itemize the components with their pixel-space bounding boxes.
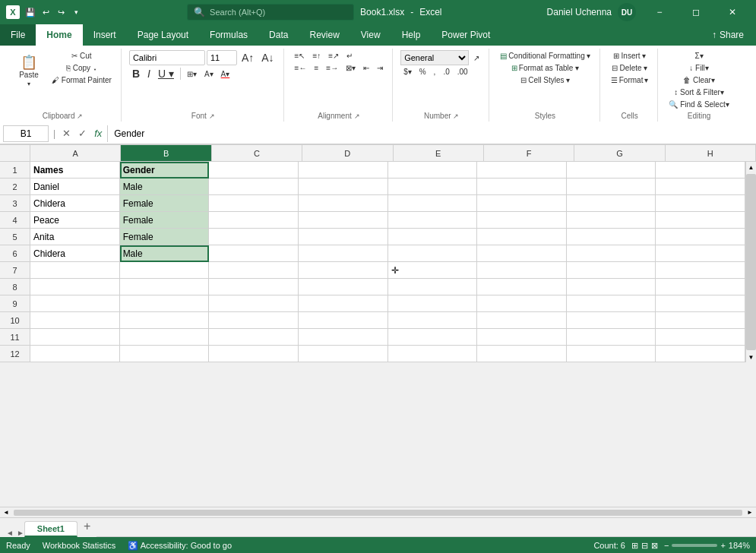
scroll-right-button[interactable]: ► [745, 509, 754, 516]
cell-e4[interactable] [388, 212, 478, 229]
search-input[interactable] [210, 8, 331, 17]
cell-b7[interactable] [120, 262, 210, 279]
vertical-scrollbar[interactable]: ▲ ▼ [745, 162, 756, 362]
cell-f11[interactable] [477, 329, 567, 346]
row-num-9[interactable]: 9 [0, 295, 30, 312]
cell-b6[interactable]: Male [120, 245, 210, 262]
minimize-button[interactable]: − [642, 0, 677, 24]
cell-d6[interactable] [299, 245, 388, 262]
cell-g11[interactable] [567, 329, 656, 346]
cell-g6[interactable] [567, 245, 656, 262]
row-num-1[interactable]: 1 [0, 162, 30, 179]
cell-a12[interactable] [30, 346, 120, 362]
cell-a7[interactable] [30, 262, 120, 279]
share-button[interactable]: ↑Share [700, 30, 756, 40]
cell-f3[interactable] [477, 195, 567, 212]
cell-g2[interactable] [567, 179, 656, 195]
cell-c9[interactable] [209, 295, 299, 312]
italic-button[interactable]: I [144, 66, 153, 81]
cell-g9[interactable] [567, 295, 656, 312]
save-icon[interactable]: 💾 [24, 6, 36, 18]
row-num-5[interactable]: 5 [0, 229, 30, 245]
cell-h11[interactable] [656, 329, 745, 346]
cell-e2[interactable] [388, 179, 478, 195]
cell-h9[interactable] [656, 295, 745, 312]
conditional-formatting-button[interactable]: ▤ Conditional Formatting ▾ [497, 50, 593, 62]
cell-styles-button[interactable]: ⊟ Cell Styles ▾ [497, 74, 593, 86]
copy-button[interactable]: ⎘ Copy ▾ [49, 62, 115, 74]
tab-page-layout[interactable]: Page Layout [127, 24, 199, 46]
clear-button[interactable]: 🗑 Clear▾ [666, 74, 732, 86]
cell-d12[interactable] [299, 346, 388, 362]
cell-e12[interactable] [388, 346, 478, 362]
col-header-b[interactable]: B [121, 145, 211, 162]
cell-c12[interactable] [209, 346, 299, 362]
cell-d1[interactable] [299, 162, 388, 179]
cell-b2[interactable]: Male [120, 179, 210, 195]
insert-button[interactable]: ⊞ Insert ▾ [608, 50, 652, 62]
scroll-down-button[interactable]: ▼ [746, 352, 757, 362]
row-num-4[interactable]: 4 [0, 212, 30, 229]
align-center-button[interactable]: ≡ [311, 62, 321, 74]
cell-d11[interactable] [299, 329, 388, 346]
cell-g4[interactable] [567, 212, 656, 229]
cell-c10[interactable] [209, 312, 299, 329]
cell-e5[interactable] [388, 229, 478, 245]
cell-c2[interactable] [209, 179, 299, 195]
row-num-12[interactable]: 12 [0, 346, 30, 362]
cell-a4[interactable]: Peace [30, 212, 120, 229]
cell-e7[interactable]: ✛ [388, 262, 478, 279]
cell-e11[interactable] [388, 329, 478, 346]
row-num-6[interactable]: 6 [0, 245, 30, 262]
cell-b5[interactable]: Female [120, 229, 210, 245]
sheet-scroll-right[interactable]: ► [17, 529, 24, 537]
user-avatar[interactable]: DU [618, 3, 636, 21]
font-color-button[interactable]: A▾ [218, 68, 233, 80]
scroll-up-button[interactable]: ▲ [746, 162, 757, 172]
cell-c11[interactable] [209, 329, 299, 346]
cell-a6[interactable]: Chidera [30, 245, 120, 262]
tab-file[interactable]: File [0, 24, 36, 46]
cell-b12[interactable] [120, 346, 210, 362]
increase-font-button[interactable]: A↑ [239, 50, 257, 65]
cell-h4[interactable] [656, 212, 745, 229]
zoom-out-icon[interactable]: − [664, 541, 669, 550]
cut-button[interactable]: ✂ Cut [49, 50, 115, 62]
cell-e6[interactable] [388, 245, 478, 262]
tab-power-pivot[interactable]: Power Pivot [431, 24, 501, 46]
cell-d3[interactable] [299, 195, 388, 212]
fill-button[interactable]: ↓ Fill▾ [666, 62, 732, 74]
customize-icon[interactable]: ▾ [70, 6, 82, 18]
col-header-f[interactable]: F [484, 145, 574, 162]
cell-h5[interactable] [656, 229, 745, 245]
cell-f6[interactable] [477, 245, 567, 262]
zoom-slider[interactable] [672, 544, 717, 547]
page-break-icon[interactable]: ⊠ [651, 541, 658, 551]
scroll-thumb-v[interactable] [746, 174, 756, 350]
cell-g12[interactable] [567, 346, 656, 362]
cell-d7[interactable] [299, 262, 388, 279]
cell-g8[interactable] [567, 279, 656, 295]
row-num-8[interactable]: 8 [0, 279, 30, 295]
undo-icon[interactable]: ↩ [40, 6, 52, 18]
cell-a9[interactable] [30, 295, 120, 312]
cell-e3[interactable] [388, 195, 478, 212]
cell-reference-input[interactable] [3, 125, 49, 142]
cell-a2[interactable]: Daniel [30, 179, 120, 195]
cell-c1[interactable] [209, 162, 299, 179]
format-painter-button[interactable]: 🖌 Format Painter [49, 74, 115, 86]
row-num-11[interactable]: 11 [0, 329, 30, 346]
cell-c4[interactable] [209, 212, 299, 229]
tab-home[interactable]: Home [36, 24, 82, 46]
cell-h12[interactable] [656, 346, 745, 362]
cell-a5[interactable]: Anita [30, 229, 120, 245]
cell-h2[interactable] [656, 179, 745, 195]
cell-d10[interactable] [299, 312, 388, 329]
cell-f10[interactable] [477, 312, 567, 329]
number-format-select[interactable]: General [400, 50, 469, 65]
cell-c5[interactable] [209, 229, 299, 245]
cell-h7[interactable] [656, 262, 745, 279]
expand-number-button[interactable]: ↗ [470, 52, 482, 64]
scroll-thumb-h[interactable] [14, 510, 742, 516]
col-header-g[interactable]: G [574, 145, 665, 162]
